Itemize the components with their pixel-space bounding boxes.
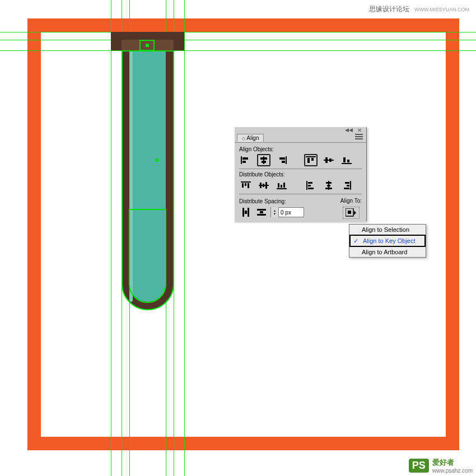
align-top-icon[interactable] xyxy=(304,154,318,166)
panel-close-icon[interactable]: ✕ xyxy=(357,127,362,133)
svg-rect-42 xyxy=(242,208,244,217)
svg-rect-30 xyxy=(306,181,307,190)
guide-vertical[interactable] xyxy=(174,0,174,476)
ps-badge: PS xyxy=(409,459,429,473)
spacing-input[interactable] xyxy=(279,208,304,217)
panel-collapse-icon[interactable]: ◀◀ xyxy=(345,127,353,133)
dist-space-v-icon[interactable] xyxy=(239,206,253,218)
svg-rect-31 xyxy=(308,182,312,184)
panel-menu-icon[interactable] xyxy=(355,134,363,139)
svg-rect-36 xyxy=(327,185,330,186)
svg-rect-26 xyxy=(277,188,287,189)
dropdown-item[interactable]: Align to Selection xyxy=(349,225,426,235)
dist-top-icon[interactable] xyxy=(239,179,253,192)
tube-highlight xyxy=(129,50,133,302)
svg-rect-14 xyxy=(329,158,332,162)
align-panel[interactable]: ◀◀ ✕ Align Align Objects: Distribute Obj… xyxy=(235,127,367,221)
svg-rect-35 xyxy=(326,182,332,184)
svg-rect-46 xyxy=(257,214,266,216)
watermark-top-text: 思缘设计论坛 xyxy=(369,5,409,13)
distribute-spacing-label: Distribute Spacing: xyxy=(239,198,304,204)
watermark-bottom: PS 爱好者 www.psahz.com xyxy=(409,458,473,474)
svg-rect-47 xyxy=(260,211,263,213)
dropdown-item[interactable]: Align to Artboard xyxy=(349,247,426,257)
align-to-dropdown-button[interactable] xyxy=(343,207,360,219)
svg-rect-12 xyxy=(324,160,334,161)
selection-handle[interactable] xyxy=(146,44,149,47)
dropdown-item-label: Align to Selection xyxy=(362,226,409,233)
svg-rect-28 xyxy=(281,185,282,188)
dist-right-icon[interactable] xyxy=(340,179,353,192)
svg-rect-0 xyxy=(241,156,242,164)
svg-rect-37 xyxy=(325,188,332,189)
selection-center-handle[interactable] xyxy=(155,158,158,162)
svg-rect-9 xyxy=(306,156,316,157)
svg-rect-13 xyxy=(325,157,328,163)
align-to-dropdown[interactable]: Align to Selection✓Align to Key ObjectAl… xyxy=(349,224,426,258)
panel-titlebar[interactable]: ◀◀ ✕ xyxy=(235,127,366,132)
spacing-number-field[interactable]: ▲▼ xyxy=(270,207,304,217)
svg-rect-38 xyxy=(350,181,351,190)
distribute-objects-label: Distribute Objects: xyxy=(239,171,362,178)
svg-rect-45 xyxy=(257,209,266,211)
dist-space-h-icon[interactable] xyxy=(255,206,268,218)
svg-rect-8 xyxy=(282,161,285,163)
tube-liquid xyxy=(129,50,166,302)
svg-rect-27 xyxy=(278,183,279,188)
svg-rect-41 xyxy=(344,188,349,189)
svg-rect-16 xyxy=(343,157,346,162)
svg-rect-15 xyxy=(342,163,352,164)
svg-rect-4 xyxy=(260,157,267,160)
align-left-icon[interactable] xyxy=(239,154,253,166)
align-right-icon[interactable] xyxy=(275,154,288,166)
dist-vcenter-icon[interactable] xyxy=(257,179,270,192)
dist-left-icon[interactable] xyxy=(304,179,318,192)
guide-horizontal[interactable] xyxy=(0,32,476,32)
guide-horizontal[interactable] xyxy=(0,50,476,51)
svg-rect-2 xyxy=(242,161,246,163)
svg-rect-5 xyxy=(262,161,266,163)
svg-rect-40 xyxy=(347,185,349,186)
stepper-icon[interactable]: ▲▼ xyxy=(271,207,279,217)
svg-rect-25 xyxy=(265,182,267,189)
svg-rect-17 xyxy=(347,160,349,162)
svg-rect-33 xyxy=(308,188,314,189)
watermark-bottom-url: www.psahz.com xyxy=(432,468,473,474)
align-to-label: Align To: xyxy=(340,198,362,204)
svg-rect-29 xyxy=(283,183,285,188)
svg-rect-32 xyxy=(308,185,311,186)
dist-hcenter-icon[interactable] xyxy=(322,179,335,192)
dropdown-item-label: Align to Artboard xyxy=(362,249,407,255)
svg-rect-49 xyxy=(348,211,351,214)
guide-vertical[interactable] xyxy=(111,0,111,476)
dropdown-item-label: Align to Key Object xyxy=(363,237,416,244)
dropdown-item[interactable]: ✓Align to Key Object xyxy=(349,235,426,247)
dist-bottom-icon[interactable] xyxy=(275,179,288,192)
guide-vertical[interactable] xyxy=(184,0,185,476)
svg-rect-10 xyxy=(307,158,310,163)
svg-rect-18 xyxy=(241,181,251,183)
svg-rect-21 xyxy=(248,183,249,188)
svg-rect-39 xyxy=(345,182,349,184)
guide-horizontal[interactable] xyxy=(0,40,476,40)
align-vcenter-icon[interactable] xyxy=(322,154,335,166)
align-hcenter-icon[interactable] xyxy=(257,154,270,166)
align-bottom-icon[interactable] xyxy=(340,154,353,166)
watermark-bottom-text: 爱好者 xyxy=(432,458,454,466)
align-tab-label: Align xyxy=(246,135,259,141)
svg-rect-43 xyxy=(248,208,249,217)
svg-rect-24 xyxy=(263,184,264,187)
svg-rect-1 xyxy=(242,157,248,160)
watermark-top: 思缘设计论坛 WWW.MISSYUAN.COM xyxy=(369,4,469,14)
svg-rect-20 xyxy=(245,183,246,186)
align-to-keyobject-icon xyxy=(346,208,357,217)
align-tab[interactable]: Align xyxy=(237,134,264,142)
svg-rect-19 xyxy=(242,183,244,188)
check-icon: ✓ xyxy=(353,237,358,245)
watermark-top-url: WWW.MISSYUAN.COM xyxy=(414,7,469,12)
svg-rect-7 xyxy=(279,157,285,160)
svg-rect-11 xyxy=(311,158,314,161)
svg-rect-6 xyxy=(286,156,287,164)
svg-rect-44 xyxy=(245,211,247,214)
align-objects-label: Align Objects: xyxy=(239,146,362,152)
